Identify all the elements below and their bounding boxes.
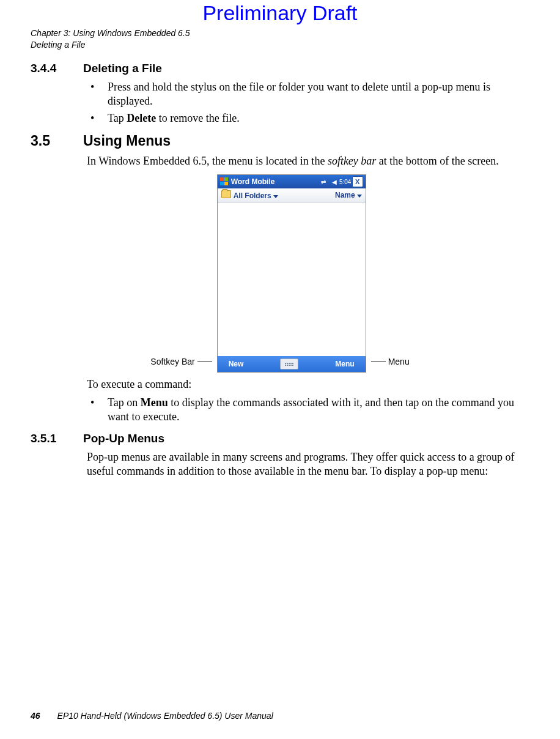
- list-item: Tap on Menu to display the commands asso…: [87, 396, 529, 425]
- softkey-menu[interactable]: Menu: [335, 360, 354, 368]
- heading-3-4-4: 3.4.4Deleting a File: [31, 62, 529, 75]
- heading-3-5-1: 3.5.1Pop-Up Menus: [31, 432, 529, 445]
- paragraph: In Windows Embedded 6.5, the menu is loc…: [87, 154, 529, 168]
- para-italic: softkey bar: [328, 155, 376, 167]
- heading-number: 3.4.4: [31, 62, 83, 75]
- device-screenshot: Word Mobile ⇄ ◀ 5:04 X All Folders Name …: [217, 174, 366, 373]
- callout-label: Softkey Bar: [150, 357, 194, 366]
- chapter-line: Chapter 3: Using Windows Embedded 6.5: [31, 28, 529, 39]
- close-button[interactable]: X: [352, 176, 363, 187]
- figure: Softkey Bar Word Mobile ⇄ ◀ 5:04 X All F…: [31, 174, 529, 373]
- folder-bar: All Folders Name: [218, 188, 366, 202]
- list-text-suffix: to remove the file.: [156, 112, 239, 124]
- heading-number: 3.5.1: [31, 432, 83, 445]
- list-text-bold: Menu: [141, 396, 168, 409]
- clock-text: 5:04: [341, 177, 350, 186]
- page-number: 46: [31, 711, 40, 721]
- heading-title: Pop-Up Menus: [83, 432, 164, 445]
- all-folders-dropdown[interactable]: All Folders: [221, 190, 278, 200]
- softkey-new[interactable]: New: [229, 360, 244, 368]
- titlebar: Word Mobile ⇄ ◀ 5:04 X: [218, 175, 366, 188]
- para-suffix: at the bottom of the screen.: [376, 155, 498, 167]
- chevron-down-icon: [357, 195, 362, 198]
- chevron-down-icon: [273, 195, 278, 198]
- keyboard-icon[interactable]: [280, 358, 298, 370]
- callout-line: [371, 362, 386, 362]
- callout-line: [197, 362, 212, 362]
- softkey-bar: New Menu: [218, 356, 366, 372]
- folder-icon: [221, 190, 231, 198]
- list-text: Press and hold the stylus on the file or…: [108, 81, 490, 107]
- list-text-prefix: Tap: [108, 112, 127, 124]
- bullet-list: Tap on Menu to display the commands asso…: [87, 396, 529, 425]
- list-item: Press and hold the stylus on the file or…: [87, 80, 529, 109]
- callout-label: Menu: [388, 357, 410, 366]
- list-text-prefix: Tap on: [108, 396, 141, 409]
- heading-title: Using Menus: [83, 133, 171, 149]
- volume-icon[interactable]: ◀: [330, 177, 339, 186]
- callout-softkey-bar: Softkey Bar: [150, 357, 212, 366]
- bullet-list: Press and hold the stylus on the file or…: [87, 80, 529, 125]
- content-area: [218, 202, 366, 356]
- section-line: Deleting a File: [31, 39, 529, 51]
- name-sort-dropdown[interactable]: Name: [335, 191, 362, 199]
- paragraph: To execute a command:: [87, 377, 529, 392]
- manual-title: EP10 Hand-Held (Windows Embedded 6.5) Us…: [57, 711, 273, 721]
- app-title: Word Mobile: [231, 177, 317, 186]
- heading-3-5: 3.5Using Menus: [31, 133, 529, 149]
- list-item: Tap Delete to remove the file.: [87, 111, 529, 125]
- list-text-suffix: to display the commands associated with …: [108, 396, 514, 423]
- all-folders-label: All Folders: [234, 191, 271, 200]
- watermark-text: Preliminary Draft: [31, 1, 529, 25]
- page-footer: 46EP10 Hand-Held (Windows Embedded 6.5) …: [31, 711, 273, 721]
- page-header: Chapter 3: Using Windows Embedded 6.5 De…: [31, 28, 529, 51]
- list-text-bold: Delete: [127, 112, 156, 124]
- start-icon[interactable]: [220, 177, 229, 186]
- heading-number: 3.5: [31, 133, 83, 149]
- name-label: Name: [335, 191, 355, 199]
- heading-title: Deleting a File: [83, 62, 162, 75]
- connectivity-icon[interactable]: ⇄: [319, 177, 328, 186]
- para-prefix: In Windows Embedded 6.5, the menu is loc…: [87, 155, 328, 167]
- callout-menu: Menu: [371, 357, 410, 366]
- paragraph: Pop-up menus are available in many scree…: [87, 450, 529, 479]
